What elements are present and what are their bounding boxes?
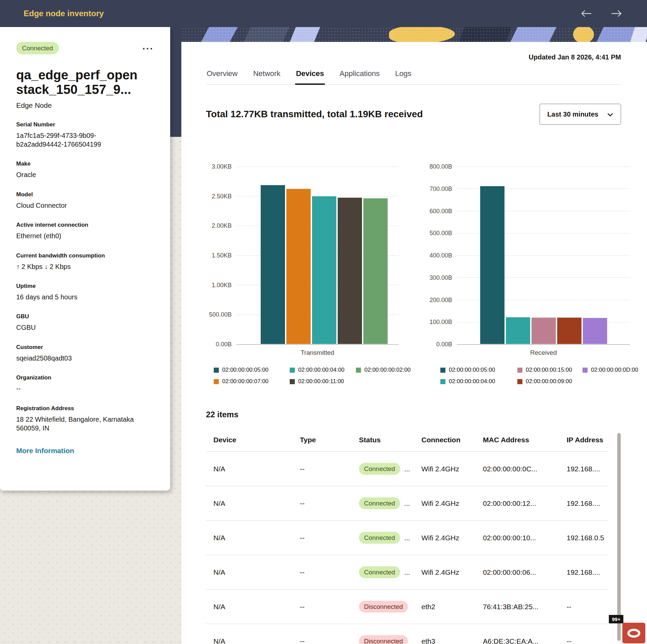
field-label: Customer: [16, 344, 154, 351]
legend-swatch-icon: [583, 368, 588, 373]
legend-swatch-icon: [356, 368, 361, 373]
field-label: Model: [16, 191, 154, 198]
cell-status: Connected...: [359, 532, 421, 544]
legend-item: 02:00:00:00:09:00: [517, 378, 583, 385]
node-title: qa_edge_perf_open stack_150_157_9...: [16, 68, 154, 97]
chart-legend: 02:00:00:00:05:0002:00:00:00:04:0002:00:…: [214, 367, 411, 385]
column-header-device: Device: [213, 436, 300, 444]
field-value: 1a7fc1a5-299f-4733-9b09-b2a2add94442-176…: [16, 131, 138, 149]
field-label: Current bandwidth consumption: [16, 252, 154, 259]
cell-mac: A6:DE:3C:EA:A...: [483, 637, 567, 644]
cell-status: Connected...: [359, 497, 421, 509]
cell-status: Connected...: [359, 463, 421, 475]
traffic-summary-title: Total 12.77KB transmitted, total 1.19KB …: [206, 109, 423, 120]
chart-plot: 3.00KB2.50KB2.00KB1.50KB1.00KB500.00B0.0…: [236, 167, 398, 344]
legend-item: 02:00:00:00:07:00: [214, 378, 290, 385]
tab-network[interactable]: Network: [253, 67, 281, 85]
scrollbar-thumb[interactable]: [617, 433, 621, 641]
back-arrow-icon[interactable]: [581, 9, 592, 18]
chart-axis-title: Received: [457, 349, 630, 356]
cell-ip: --: [567, 637, 608, 644]
field-label: Organization: [16, 374, 154, 381]
field-current-bandwidth-consumption: Current bandwidth consumption↑ 2 Kbps ↓ …: [16, 252, 154, 271]
time-range-dropdown[interactable]: Last 30 minutes: [540, 104, 621, 125]
tab-overview[interactable]: Overview: [206, 67, 238, 85]
legend-label: 02:00:00:00:04:00: [298, 367, 344, 373]
chart-received: 800.00B700.00B600.00B500.00B400.00B300.0…: [427, 167, 638, 385]
tab-applications[interactable]: Applications: [339, 67, 381, 85]
column-header-mac-address: MAC Address: [483, 436, 567, 444]
oracle-assistant-icon[interactable]: [622, 623, 645, 643]
field-label: Make: [16, 160, 154, 167]
field-organization: Organization--: [16, 374, 154, 393]
y-axis-label: 600.00B: [422, 207, 452, 215]
y-axis-label: 200.00B: [422, 296, 452, 303]
items-count: 22 items: [206, 410, 621, 419]
field-label: Registration Address: [16, 405, 154, 412]
tab-devices[interactable]: Devices: [295, 67, 325, 85]
legend-label: 02:00:00:00:04:00: [449, 378, 495, 385]
legend-label: 02:00:00:00:15:00: [526, 367, 572, 373]
chart-legend: 02:00:00:00:05:0002:00:00:00:15:0002:00:…: [440, 367, 638, 385]
field-label: GBU: [16, 313, 154, 320]
card-header: Connected ⋯: [16, 42, 154, 54]
legend-swatch-icon: [517, 379, 522, 384]
status-ellipsis: ...: [404, 534, 410, 542]
cell-mac: 02:00:00:00:0C...: [483, 465, 567, 473]
bar-02-00-00-00-15-00: [532, 318, 556, 344]
cell-type: --: [300, 568, 359, 576]
cell-connection: Wifi 2.4GHz: [421, 465, 483, 473]
cell-status: Disconnected: [359, 601, 421, 613]
column-header-ip-address: IP Address: [567, 436, 608, 444]
legend-item: 02:00:00:00:04:00: [290, 367, 356, 373]
gridline: [457, 344, 630, 345]
table-row: N/A--Disconnectedeth276:41:3B:AB:25...--: [206, 590, 608, 624]
gridline: [457, 167, 630, 167]
gridline: [236, 344, 398, 345]
node-detail-fields: Serial Number1a7fc1a5-299f-4733-9b09-b2a…: [16, 121, 154, 433]
field-value: Oracle: [16, 170, 138, 179]
cell-type: --: [300, 534, 359, 542]
tab-logs[interactable]: Logs: [394, 67, 412, 85]
bar-02-00-00-00-11-00: [338, 198, 362, 344]
cell-device: N/A: [213, 603, 300, 611]
bar-02-00-00-00-07-00: [286, 189, 311, 344]
cell-ip: 192.168....: [567, 499, 608, 507]
y-axis-label: 3.00KB: [201, 163, 232, 170]
field-registration-address: Registration Address18 22 Whitefield, Ba…: [16, 405, 154, 433]
cell-ip: 192.168.0.5: [567, 534, 608, 542]
table-scrollbar: [617, 432, 621, 642]
bar-group: [457, 186, 630, 344]
decorative-banner: [181, 27, 647, 42]
bar-02-00-00-00-05-00: [261, 185, 285, 344]
field-value: 16 days and 5 hours: [16, 293, 138, 301]
forward-arrow-icon[interactable]: [611, 9, 622, 18]
y-axis-label: 800.00B: [422, 163, 452, 170]
bar-02-00-00-00-02-00: [363, 198, 388, 344]
legend-item: 02:00:00:00:02:00: [356, 367, 411, 373]
overflow-menu-icon[interactable]: ⋯: [141, 45, 154, 51]
table-row: N/A--Connected...Wifi 2.4GHz02:00:00:00:…: [206, 486, 608, 521]
edge-node-card: Connected ⋯ qa_edge_perf_open stack_150_…: [0, 27, 170, 491]
legend-label: 02:00:00:00:02:00: [364, 367, 411, 373]
cell-device: N/A: [213, 534, 300, 542]
legend-item: 02:00:00:00:11:00: [290, 378, 356, 385]
cell-mac: 02:00:00:00:12...: [483, 499, 567, 507]
cell-device: N/A: [213, 568, 300, 576]
status-badge: Connected: [359, 497, 400, 509]
legend-item: 02:00:00:00:05:00: [214, 367, 290, 373]
field-model: ModelCloud Connector: [16, 191, 154, 210]
bar-02-00-00-00-04-00: [506, 317, 530, 344]
y-axis-label: 2.00KB: [201, 222, 232, 229]
cell-connection: eth2: [421, 603, 483, 611]
legend-label: 02:00:00:00:09:00: [526, 378, 572, 385]
legend-item: 02:00:00:00:15:00: [517, 367, 583, 373]
bar-group: [236, 185, 398, 344]
more-information-link[interactable]: More Information: [16, 447, 154, 455]
chat-widget: 99+: [622, 623, 645, 643]
legend-swatch-icon: [517, 368, 522, 373]
status-ellipsis: ...: [404, 465, 410, 473]
cell-type: --: [300, 499, 359, 507]
page-title: Edge node inventory: [24, 9, 104, 18]
gridline: [236, 167, 398, 167]
